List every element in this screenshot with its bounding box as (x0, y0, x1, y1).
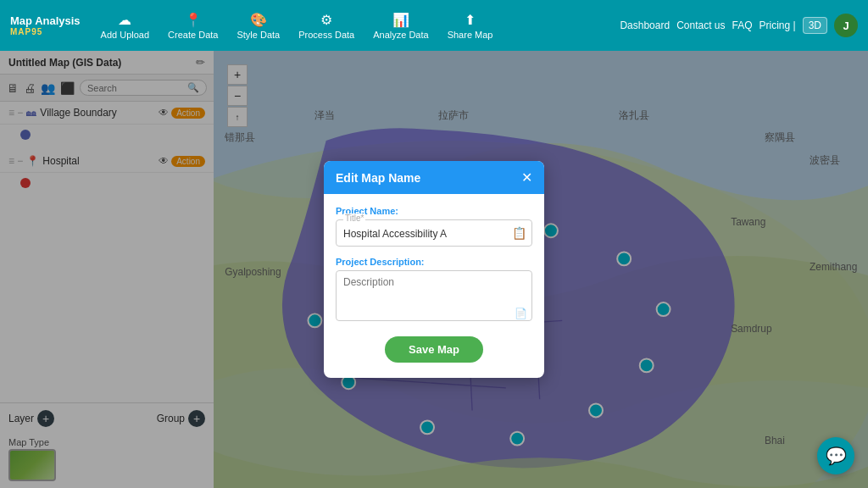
nav-analyze-data[interactable]: 📊 Analyze Data (366, 8, 435, 43)
title-field-label: Title* (343, 214, 365, 223)
style-icon: 🎨 (250, 12, 267, 28)
chat-button[interactable]: 💬 (817, 437, 854, 474)
desc-file-icon: 📄 (515, 308, 527, 319)
nav-share-map[interactable]: ⬆ Share Map (441, 8, 500, 43)
analyze-icon: 📊 (392, 12, 409, 28)
nav-add-upload[interactable]: ☁ Add Upload (94, 8, 157, 43)
desc-textarea[interactable] (336, 270, 532, 321)
modal-body: Project Name: Title* Hospital Accessibil… (324, 194, 544, 378)
nav-analyze-data-label: Analyze Data (373, 30, 428, 40)
nav-process-data-label: Process Data (298, 30, 354, 40)
save-map-button[interactable]: Save Map (385, 336, 483, 363)
nav-style-data-label: Style Data (236, 30, 280, 40)
modal-title: Edit Map Name (336, 171, 420, 185)
process-icon: ⚙ (320, 12, 332, 28)
nav-process-data[interactable]: ⚙ Process Data (292, 8, 361, 43)
brand-logo: Map Analysis MAP95 (10, 14, 81, 37)
pricing-link[interactable]: Pricing | (760, 19, 796, 31)
modal-overlay: Edit Map Name ✕ Project Name: Title* Hos… (0, 51, 868, 488)
create-icon: 📍 (185, 12, 202, 28)
nav-create-data-label: Create Data (168, 30, 218, 40)
desc-label: Project Description: (336, 257, 532, 267)
brand-subtitle: MAP95 (10, 27, 42, 36)
modal-close-button[interactable]: ✕ (521, 169, 532, 186)
nav-create-data[interactable]: 📍 Create Data (161, 8, 225, 43)
navbar: Map Analysis MAP95 ☁ Add Upload 📍 Create… (0, 0, 868, 51)
nav-tools: ☁ Add Upload 📍 Create Data 🎨 Style Data … (94, 8, 620, 43)
nav-share-map-label: Share Map (448, 30, 493, 40)
project-name-field: Title* Hospital Accessibility A 📋 (336, 219, 532, 247)
map-container: Gyalposhing Tawang Samdrup Bhai Rangpo M… (0, 51, 868, 488)
copy-icon[interactable]: 📋 (512, 226, 526, 240)
user-avatar[interactable]: J (834, 14, 858, 37)
nav-right: Dashboard Contact us FAQ Pricing | 3D J (620, 14, 858, 37)
dashboard-link[interactable]: Dashboard (620, 19, 670, 31)
nav-style-data[interactable]: 🎨 Style Data (230, 8, 287, 43)
faq-link[interactable]: FAQ (732, 19, 753, 31)
brand-title: Map Analysis (10, 14, 81, 28)
contact-link[interactable]: Contact us (676, 19, 725, 31)
edit-map-name-modal: Edit Map Name ✕ Project Name: Title* Hos… (324, 161, 544, 378)
modal-header: Edit Map Name ✕ (324, 161, 544, 194)
chat-icon: 💬 (826, 446, 847, 466)
nav-add-upload-label: Add Upload (101, 30, 150, 40)
upload-icon: ☁ (118, 12, 131, 28)
3d-button[interactable]: 3D (803, 17, 827, 34)
title-field-value[interactable]: Hospital Accessibility A (343, 228, 447, 240)
share-icon: ⬆ (465, 12, 476, 28)
